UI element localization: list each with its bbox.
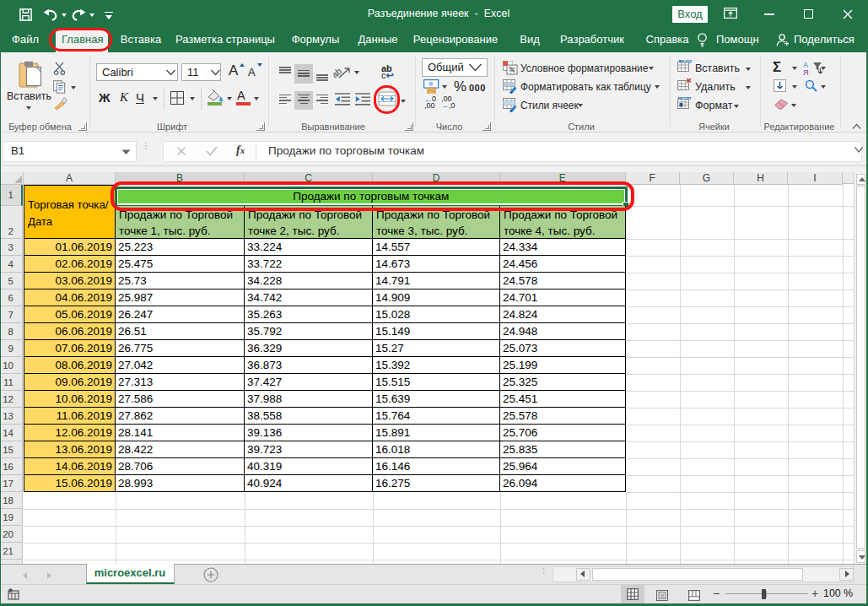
svg-text:ab: ab [333,66,343,78]
svg-text:Я: Я [803,68,809,76]
